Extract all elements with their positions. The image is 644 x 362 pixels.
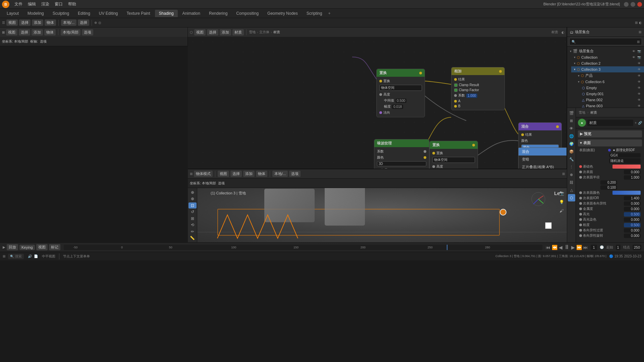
empty-eye[interactable]: 👁 bbox=[637, 85, 641, 90]
clamp-result-check[interactable] bbox=[454, 83, 458, 87]
tab-texture-paint[interactable]: Texture Paint bbox=[123, 10, 154, 17]
outliner-sort-icon[interactable]: ⊞ bbox=[637, 40, 640, 44]
node-transform1-header[interactable]: 置换 bbox=[377, 69, 425, 77]
transform2-dropdown[interactable]: 物体空间 bbox=[432, 157, 475, 163]
socket-displacement1[interactable] bbox=[379, 80, 382, 82]
add-btn[interactable]: 添加 bbox=[32, 19, 43, 26]
plane003-eye[interactable]: 👁 bbox=[637, 104, 641, 108]
coll-render[interactable]: 📷 bbox=[637, 55, 641, 60]
tab-editing[interactable]: Editing bbox=[74, 10, 94, 17]
outliner-search-container[interactable]: 🔍 ⊞ bbox=[569, 38, 642, 45]
noise-color-out[interactable] bbox=[424, 156, 426, 159]
node-transform2-output[interactable] bbox=[472, 144, 475, 146]
start-frame[interactable]: 1 bbox=[616, 245, 621, 250]
props-tab-physics[interactable]: ⊕ bbox=[568, 171, 575, 178]
tab-compositing[interactable]: Compositing bbox=[232, 10, 263, 17]
empty001-eye[interactable]: 👁 bbox=[637, 92, 641, 96]
mix-result-socket[interactable] bbox=[521, 133, 524, 136]
props-tab-modifier[interactable]: 🔧 bbox=[568, 156, 575, 163]
coll3-eye[interactable]: 👁 bbox=[637, 67, 641, 72]
rough-value[interactable]: 0.500 bbox=[624, 223, 641, 227]
menu-window[interactable]: 窗口 bbox=[52, 1, 65, 8]
node-material-btn[interactable]: 材质 bbox=[232, 29, 244, 36]
props-tab-render[interactable]: 🎬 bbox=[568, 109, 575, 117]
3d-object-btn[interactable]: 物体 bbox=[256, 171, 267, 177]
vp-local-btn[interactable]: 本地/局部 bbox=[61, 29, 80, 36]
prod-eye[interactable]: 👁 bbox=[637, 73, 641, 78]
tool-scale[interactable]: ⊞ bbox=[189, 216, 197, 222]
node-mix-output[interactable] bbox=[556, 125, 559, 128]
vp-add-btn[interactable]: 添加 bbox=[32, 29, 43, 36]
node-canvas[interactable]: 置换 置换 物体空间 高度 bbox=[188, 37, 567, 169]
outliner-item-plane002[interactable]: △ Plane.002 👁 bbox=[579, 97, 644, 103]
aniso-value[interactable]: 0.000 bbox=[624, 228, 641, 233]
node-view-btn[interactable]: 视图 bbox=[194, 29, 206, 36]
subrad-value3[interactable]: 0.100 bbox=[600, 185, 617, 190]
props-tab-world[interactable]: 🌍 bbox=[568, 140, 575, 147]
tool-cursor[interactable]: ⊕ bbox=[189, 189, 197, 195]
3d-select-btn[interactable]: 选择 bbox=[230, 171, 242, 177]
transform1-midlevel-value[interactable]: 0.500 bbox=[395, 99, 407, 103]
material-new-icon[interactable]: + bbox=[635, 121, 637, 125]
tab-modeling[interactable]: Modeling bbox=[23, 10, 48, 17]
keying-btn[interactable]: Keying bbox=[19, 245, 35, 250]
3d-local-btn[interactable]: 本地/... bbox=[272, 171, 288, 177]
mix-shader-dropdown[interactable]: 随机游走 bbox=[609, 158, 641, 164]
subior-value[interactable]: 1.400 bbox=[624, 196, 641, 200]
outliner-filter[interactable]: ⊞ bbox=[639, 30, 641, 34]
tool-annotate[interactable]: ✏ bbox=[189, 229, 197, 235]
3d-view-btn[interactable]: 视图 bbox=[218, 171, 229, 177]
noise-3d-dropdown[interactable]: 3D bbox=[377, 161, 426, 166]
prev-frame-btn[interactable]: ◀ bbox=[559, 245, 562, 250]
next-frame-btn[interactable]: ▶ bbox=[571, 245, 575, 250]
preview-section-header[interactable]: ▶ 预览 bbox=[578, 130, 642, 137]
transform1-dropdown[interactable]: 物体空间 bbox=[379, 85, 422, 91]
noise-coef-out[interactable] bbox=[424, 150, 426, 153]
tool-select[interactable]: ⊡ bbox=[189, 202, 197, 208]
axes-gizmo[interactable] bbox=[530, 191, 547, 207]
mix-option-multiply[interactable]: 正片叠底(相乘 A*B) bbox=[519, 163, 567, 169]
subaniso-value[interactable]: 0.000 bbox=[624, 201, 641, 206]
jump-start-btn[interactable]: ⏮ bbox=[546, 245, 550, 250]
props-tab-scene[interactable]: 🌐 bbox=[568, 132, 575, 140]
material-name-input[interactable]: 材质 bbox=[587, 120, 633, 126]
node-noise-header[interactable]: 噪波纹理 bbox=[374, 139, 429, 147]
transform1-height-socket[interactable] bbox=[379, 93, 382, 96]
3d-add-btn[interactable]: 添加 bbox=[243, 171, 255, 177]
props-tab-material[interactable]: ⬡ bbox=[568, 194, 575, 201]
socket-b[interactable] bbox=[454, 105, 457, 108]
factor-value[interactable]: 1.000 bbox=[466, 94, 477, 98]
prev-key-btn[interactable]: ⏪ bbox=[552, 245, 557, 250]
vp-select-btn[interactable]: 选择 bbox=[19, 29, 30, 36]
tool-paint[interactable]: 🖌 bbox=[557, 207, 566, 215]
object-mode-btn[interactable]: 物体模式 bbox=[194, 171, 213, 177]
props-tab-constraints[interactable]: ⛓ bbox=[568, 179, 575, 186]
jump-end-btn[interactable]: ⏭ bbox=[583, 245, 588, 250]
add-workspace[interactable]: + bbox=[328, 11, 330, 16]
surface-section-header[interactable]: ▾ 表面 bbox=[578, 139, 642, 146]
coord-btn[interactable]: 本地/... bbox=[61, 19, 76, 26]
node-add-btn[interactable]: 添加 bbox=[220, 29, 231, 36]
transform2-height-socket[interactable] bbox=[432, 165, 435, 168]
transform-gizmo[interactable] bbox=[500, 209, 506, 216]
plane002-eye[interactable]: 👁 bbox=[637, 98, 641, 102]
outliner-item-empty[interactable]: ⬡ Empty 👁 bbox=[579, 85, 644, 91]
next-key-btn[interactable]: ⏩ bbox=[576, 245, 582, 250]
shader-ggx-dropdown[interactable]: GGX bbox=[609, 153, 641, 158]
menu-file[interactable]: 文件 bbox=[12, 1, 25, 8]
maximize-button[interactable] bbox=[631, 2, 635, 7]
node-add-header[interactable]: 相加 bbox=[451, 67, 504, 75]
mix-option-mix[interactable]: 混合 bbox=[519, 148, 567, 156]
menu-help[interactable]: 帮助 bbox=[66, 1, 78, 8]
mix-blend-mode-dropdown[interactable]: 混合 变暗 正片叠底(相乘 A*B) 颜色加深 变亮(Max(A, B)) 滤色… bbox=[518, 147, 567, 169]
tool-transform[interactable]: ⟲ bbox=[189, 222, 197, 228]
tab-scripting[interactable]: Scripting bbox=[303, 10, 326, 17]
subsurface-value[interactable]: 0.000 bbox=[624, 170, 641, 174]
tab-layout[interactable]: Layout bbox=[3, 10, 23, 17]
vp-object-btn[interactable]: 物体 bbox=[44, 29, 56, 36]
coll-eye[interactable]: 👁 bbox=[631, 55, 636, 60]
outliner-item-collection2[interactable]: ▾ ⬡ Collection 2 👁 bbox=[571, 60, 644, 66]
outliner-item-plane003[interactable]: △ Plane.003 👁 bbox=[579, 103, 644, 108]
timeline-ruler[interactable]: -50 0 50 100 150 200 250 280 bbox=[64, 245, 543, 250]
tab-shading[interactable]: Shading bbox=[155, 10, 178, 17]
